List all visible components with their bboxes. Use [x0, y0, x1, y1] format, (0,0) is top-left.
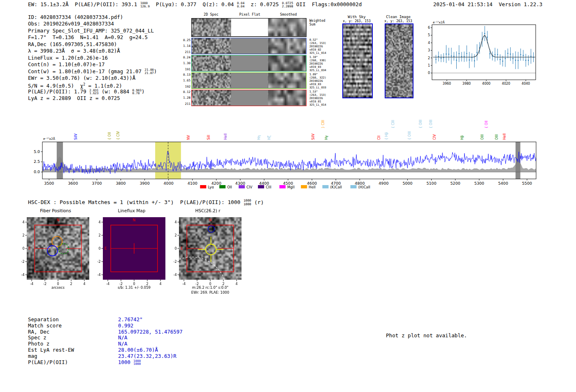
full-spectrum-plot: 3500360037003800390040004100420043004400…	[25, 112, 555, 194]
svg-text:3600: 3600	[68, 181, 78, 186]
svg-text:-2: -2	[98, 260, 101, 264]
match-row-label: RA, Dec	[28, 329, 118, 335]
hsc-matches-header: HSC-DEX : Possible Matches = 1 (within +…	[28, 199, 264, 206]
column-title-2d-spec: 2D Spec	[204, 12, 218, 16]
svg-text:4020: 4020	[502, 82, 510, 86]
stacked-fraction: 1000126.9	[140, 2, 150, 8]
info-line: EWr = 3.50(±0.76) (w: 2.10(±0.43))Å	[28, 75, 157, 81]
emission-line-label: NV	[187, 135, 190, 140]
spec2d-row-image	[192, 90, 306, 105]
spec2d-row-image	[192, 38, 306, 53]
spec2d-row-stats: 0.241.30191	[181, 56, 190, 71]
svg-text:5300: 5300	[474, 181, 484, 186]
svg-text:4040: 4040	[522, 82, 530, 86]
legend-label: CIII	[266, 185, 271, 189]
aperture-circle	[47, 246, 58, 256]
legend-label: OII	[227, 185, 232, 189]
emission-line-label: { OIII	[419, 120, 423, 128]
emission-line-label: SiII	[207, 135, 211, 140]
aperture-circle	[206, 244, 216, 255]
emission-line-label: { CIV	[116, 131, 120, 140]
svg-text:4100: 4100	[188, 181, 197, 186]
aperture-circle	[52, 237, 62, 247]
compass-east-label: E	[181, 246, 183, 251]
match-row-value: 2.76742"	[118, 317, 143, 323]
svg-text:4900: 4900	[379, 181, 388, 186]
emission-line-label: Hγ	[325, 135, 328, 140]
svg-text:5: 5	[428, 33, 430, 37]
spec2d-row-note: 0.52" (263, 153) 20190226 v019_02 325_LL…	[309, 39, 326, 55]
emission-line-label: CIV	[433, 134, 437, 140]
legend-label: (H)CaII	[358, 185, 370, 189]
match-table-row: Match score0.992	[28, 323, 183, 329]
match-row-label: Est LyA rest-EW	[28, 347, 118, 353]
svg-text:4000: 4000	[164, 181, 174, 186]
emission-line-label: { OII	[108, 132, 111, 140]
info-line: RA,Dec (165.097305,51.475830)	[28, 41, 157, 48]
svg-text:3700: 3700	[92, 181, 102, 186]
legend-label: Lyα	[208, 185, 214, 189]
emission-line-label: CII	[377, 136, 381, 140]
svg-text:5.0: 5.0	[34, 149, 40, 154]
stacked-fraction: 10001000	[133, 360, 141, 366]
report-version: Version 1.22.3	[499, 1, 542, 7]
compass-east-label: E	[105, 246, 107, 251]
line-fit-zoom-plot: 012345639603980400040204040e⁻¹⁷x2Å	[424, 19, 539, 92]
svg-text:5400: 5400	[498, 181, 508, 186]
svg-text:0.0: 0.0	[34, 169, 40, 174]
match-table-row: Est LyA rest-EW28.00(±6.70)Å	[28, 347, 183, 353]
match-row-value: 1000 10001000	[118, 360, 141, 366]
info-line: ID: 4028037334 (4028037334.pdf)	[28, 14, 157, 21]
spec2d-row: 0.121.282111.53" (263, 153) 20190226 v01…	[191, 90, 307, 106]
fiber-positions-xlabel: arcsecs	[19, 285, 97, 290]
info-line: S/N = 4.9(±0.5) χ2 = 1.1(±0.2)	[28, 81, 157, 88]
info-line: Obs: 20190226v019_4028037334	[28, 21, 157, 27]
aperture-circle	[58, 244, 69, 254]
spec2d-row-image	[192, 56, 306, 71]
clean-image	[385, 23, 413, 98]
svg-text:3960: 3960	[443, 82, 451, 86]
emission-line-label: { CIII	[391, 120, 395, 128]
spec2d-row-image	[192, 19, 306, 36]
emission-line-label: { OIII	[408, 131, 411, 140]
svg-text:5500: 5500	[522, 181, 532, 186]
svg-text:4: 4	[22, 220, 24, 224]
legend-swatch	[279, 185, 286, 188]
svg-text:5000: 5000	[402, 181, 412, 186]
spec2d-row-note: 1.53" (263, 153) 20190226 v019_01 325_LL…	[309, 90, 326, 107]
svg-text:0: 0	[22, 247, 24, 251]
svg-text:0: 0	[98, 247, 100, 251]
spec2d-row-image	[192, 73, 306, 88]
clean-image-coords: x, y: 263, 153	[384, 19, 412, 23]
svg-text:2: 2	[98, 234, 100, 237]
info-line: λ = 3998.23Å σ = 3.48(±0.82)Å	[28, 48, 157, 54]
summary-header: EW: 15.1±3.2Å P(LAE)/P(OII): 393.1 10001…	[28, 1, 362, 8]
aperture-circle	[208, 226, 214, 232]
svg-text:6: 6	[428, 26, 430, 30]
hsc-r-xlabel: m:26.2 rc:1.0" s:0.0"	[171, 285, 249, 290]
match-row-value: 0.992	[118, 323, 133, 329]
svg-text:-2: -2	[21, 260, 25, 264]
match-row-label: Match score	[28, 323, 118, 329]
match-table-row: Separation2.76742"	[28, 317, 183, 323]
svg-text:4: 4	[174, 220, 177, 224]
svg-text:-2: -2	[174, 260, 177, 264]
legend-swatch	[351, 185, 357, 188]
svg-text:-4: -4	[98, 273, 101, 277]
match-row-value: 23.47(23.32,23.63)R	[118, 353, 177, 360]
legend-label: CIV	[246, 185, 252, 189]
stacked-fraction: 21.0821.07	[144, 68, 153, 75]
elixer-report-page: EW: 15.1±3.2Å P(LAE)/P(OII): 393.1 10001…	[0, 0, 576, 392]
compass-north-label: N	[209, 218, 212, 222]
info-line: F=1.7" T=0.136 N=1.41 A=0.92 g=24.5	[28, 34, 157, 41]
svg-text:2.5: 2.5	[34, 159, 40, 164]
compass-north-label: N	[57, 218, 60, 222]
stacked-fraction: 0.9830.78	[132, 89, 142, 95]
svg-text:2: 2	[428, 56, 430, 60]
column-title-pixel-flat: Pixel Flat	[239, 12, 260, 16]
emission-line-label: SiIV	[311, 133, 315, 140]
match-table-row: P(LAE)/P(OII)1000 10001000	[28, 360, 183, 366]
spectrum-ylabel: e⁻¹⁷x2Å	[43, 137, 56, 141]
legend-swatch	[219, 185, 225, 188]
spec2d-row: 0.251.142110.52" (263, 153) 20190226 v01…	[191, 38, 307, 54]
